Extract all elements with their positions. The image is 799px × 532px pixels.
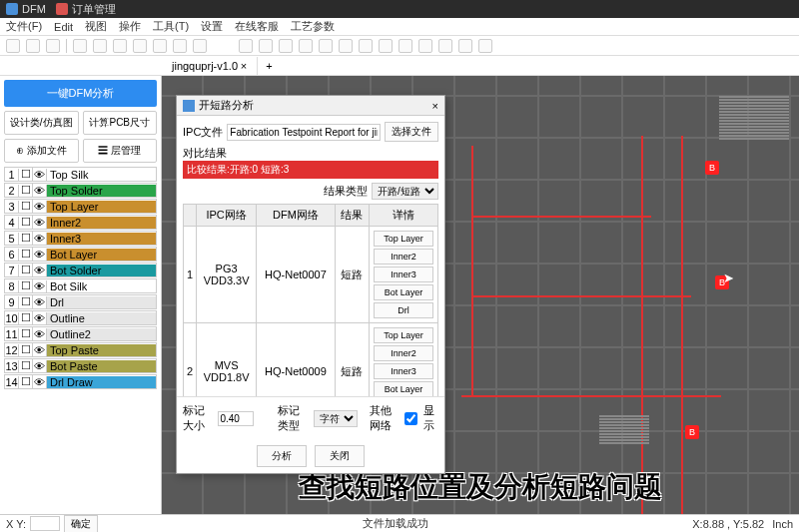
mark-size-input[interactable] bbox=[218, 411, 254, 426]
tool-6[interactable] bbox=[113, 39, 127, 53]
layer-row[interactable]: 7☐👁Bot Solder bbox=[4, 263, 157, 277]
tool-11[interactable] bbox=[239, 39, 253, 53]
menu-tools[interactable]: 工具(T) bbox=[153, 19, 189, 34]
layer-row[interactable]: 11☐👁Outline2 bbox=[4, 326, 157, 341]
tool-16[interactable] bbox=[339, 39, 353, 53]
ipc-file-input[interactable] bbox=[227, 124, 381, 141]
layer-detail-button[interactable]: Drl bbox=[374, 302, 433, 318]
layer-detail-button[interactable]: Top Layer bbox=[374, 327, 433, 343]
tool-zoom-in[interactable] bbox=[399, 39, 412, 53]
layer-detail-button[interactable]: Inner3 bbox=[374, 363, 433, 379]
layer-row[interactable]: 10☐👁Outline bbox=[4, 310, 157, 325]
result-summary: 比较结果:开路:0 短路:3 bbox=[183, 161, 438, 179]
order-tab[interactable]: 订单管理 bbox=[56, 2, 116, 17]
layer-row[interactable]: 8☐👁Bot Silk bbox=[4, 278, 157, 293]
tool-18[interactable] bbox=[379, 39, 393, 53]
tool-save[interactable] bbox=[26, 39, 40, 53]
select-file-button[interactable]: 选择文件 bbox=[385, 122, 438, 142]
menu-file[interactable]: 文件(F) bbox=[6, 19, 42, 34]
dfm-analyze-button[interactable]: 一键DFM分析 bbox=[4, 80, 157, 107]
short-trace bbox=[461, 395, 721, 397]
dialog-title: 开短路分析 bbox=[199, 98, 254, 113]
layer-row[interactable]: 3☐👁Top Layer bbox=[4, 199, 157, 214]
tool-7[interactable] bbox=[133, 39, 147, 53]
dialog-icon bbox=[183, 100, 195, 112]
menu-support[interactable]: 在线客服 bbox=[235, 19, 279, 34]
tool-open[interactable] bbox=[6, 39, 20, 53]
confirm-button[interactable]: 确定 bbox=[64, 515, 98, 533]
tool-17[interactable] bbox=[359, 39, 373, 53]
tool-12[interactable] bbox=[259, 39, 273, 53]
dialog-titlebar[interactable]: 开短路分析 × bbox=[177, 96, 444, 116]
menu-operate[interactable]: 操作 bbox=[119, 19, 141, 34]
layer-manage-button[interactable]: ☰ 层管理 bbox=[83, 139, 158, 163]
toolbar bbox=[0, 36, 799, 56]
menu-view[interactable]: 视图 bbox=[85, 19, 107, 34]
tool-4[interactable] bbox=[73, 39, 87, 53]
layer-row[interactable]: 6☐👁Bot Layer bbox=[4, 247, 157, 262]
short-marker[interactable]: B bbox=[715, 275, 729, 289]
layer-detail-button[interactable]: Inner3 bbox=[374, 266, 433, 282]
other-net-label: 其他网络 bbox=[370, 403, 399, 433]
xy-input[interactable] bbox=[30, 516, 60, 531]
layer-detail-button[interactable]: Inner2 bbox=[374, 249, 433, 265]
add-file-button[interactable]: ⊕ 添加文件 bbox=[4, 139, 79, 163]
unit-label[interactable]: Inch bbox=[772, 518, 793, 530]
results-table: IPC网络 DFM网络 结果 详情 1PG3 VDD3.3VHQ-Net0007… bbox=[183, 204, 438, 396]
layer-row[interactable]: 5☐👁Inner3 bbox=[4, 231, 157, 246]
short-marker[interactable]: B bbox=[705, 161, 719, 175]
tool-9[interactable] bbox=[173, 39, 187, 53]
menu-process[interactable]: 工艺参数 bbox=[291, 19, 335, 34]
tab-add[interactable]: + bbox=[258, 57, 280, 75]
close-icon[interactable]: × bbox=[432, 100, 438, 112]
calc-pcb-button[interactable]: 计算PCB尺寸 bbox=[83, 111, 158, 135]
layer-detail-button[interactable]: Bot Layer bbox=[374, 381, 433, 396]
mark-type-select[interactable]: 字符 bbox=[314, 410, 358, 427]
layer-row[interactable]: 4☐👁Inner2 bbox=[4, 215, 157, 230]
layer-detail-button[interactable]: Top Layer bbox=[374, 231, 433, 247]
tab-project[interactable]: jingquprj-v1.0 × bbox=[162, 57, 258, 75]
routing-bars bbox=[599, 415, 649, 444]
short-analysis-dialog: 开短路分析 × IPC文件 选择文件 对比结果 比较结果:开路:0 短路:3 结… bbox=[176, 95, 445, 474]
table-row[interactable]: 1PG3 VDD3.3VHQ-Net0007短路Top LayerInner2I… bbox=[184, 227, 438, 323]
tool-zoom-out[interactable] bbox=[418, 39, 432, 53]
tool-undo[interactable] bbox=[458, 39, 472, 53]
tool-print[interactable] bbox=[46, 39, 60, 53]
tool-redo[interactable] bbox=[478, 39, 492, 53]
menu-edit[interactable]: Edit bbox=[54, 21, 73, 33]
app-tab[interactable]: DFM bbox=[6, 3, 46, 15]
tool-15[interactable] bbox=[319, 39, 333, 53]
layer-row[interactable]: 12☐👁Top Paste bbox=[4, 342, 157, 357]
statusbar: X Y: 确定 文件加载成功 X:8.88 , Y:5.82 Inch bbox=[0, 514, 799, 532]
tool-14[interactable] bbox=[299, 39, 313, 53]
close-button[interactable]: 关闭 bbox=[315, 445, 365, 467]
result-type-select[interactable]: 开路/短路 bbox=[372, 183, 438, 200]
short-trace bbox=[471, 146, 473, 395]
table-row[interactable]: 2MVS VDD1.8VHQ-Net0009短路Top LayerInner2I… bbox=[184, 323, 438, 397]
layer-detail-button[interactable]: Bot Layer bbox=[374, 284, 433, 300]
layer-row[interactable]: 13☐👁Bot Paste bbox=[4, 358, 157, 373]
short-marker[interactable]: B bbox=[685, 425, 699, 439]
layer-row[interactable]: 1☐👁Top Silk bbox=[4, 167, 157, 182]
design-sim-button[interactable]: 设计类/仿真图 bbox=[4, 111, 79, 135]
short-trace bbox=[641, 136, 643, 514]
analyze-button[interactable]: 分析 bbox=[257, 445, 307, 467]
layer-detail-button[interactable]: Inner2 bbox=[374, 345, 433, 361]
tool-8[interactable] bbox=[153, 39, 167, 53]
menu-settings[interactable]: 设置 bbox=[201, 19, 223, 34]
tool-13[interactable] bbox=[279, 39, 293, 53]
short-trace bbox=[471, 295, 691, 297]
tab-close-icon[interactable]: × bbox=[241, 60, 247, 72]
layer-row[interactable]: 2☐👁Top Solder bbox=[4, 183, 157, 198]
document-tabbar: jingquprj-v1.0 × + bbox=[0, 56, 799, 76]
show-checkbox[interactable] bbox=[404, 412, 417, 425]
window-titlebar: DFM 订单管理 bbox=[0, 0, 799, 18]
app-icon bbox=[6, 3, 18, 15]
tool-home[interactable] bbox=[438, 39, 452, 53]
tool-10[interactable] bbox=[193, 39, 207, 53]
result-type-label: 结果类型 bbox=[324, 184, 368, 199]
layer-row[interactable]: 14☐👁Drl Draw bbox=[4, 374, 157, 389]
order-icon bbox=[56, 3, 68, 15]
layer-row[interactable]: 9☐👁Drl bbox=[4, 294, 157, 309]
tool-5[interactable] bbox=[93, 39, 107, 53]
